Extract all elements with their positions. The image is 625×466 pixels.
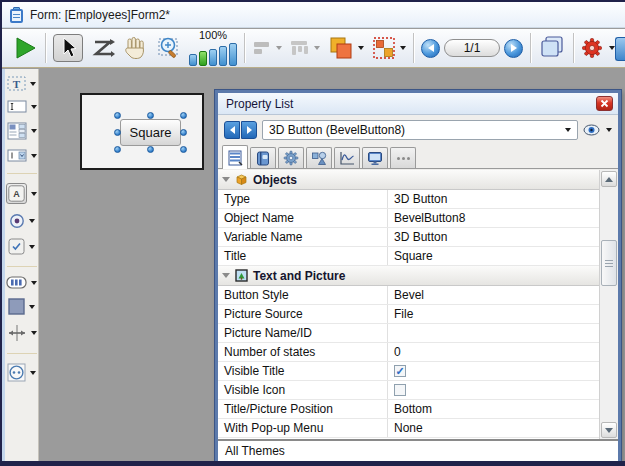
- zoom-bars-icon[interactable]: [189, 42, 237, 66]
- scroll-up-button[interactable]: [601, 171, 617, 187]
- property-value[interactable]: [388, 324, 599, 342]
- move-tool-button[interactable]: [123, 36, 147, 60]
- play-icon: [12, 35, 38, 61]
- property-row-with-popup-menu[interactable]: With Pop-up Menu None: [218, 419, 599, 438]
- property-value[interactable]: 3D Button: [388, 228, 599, 246]
- tab-properties[interactable]: [222, 145, 248, 169]
- visible-icon-checkbox[interactable]: [394, 384, 406, 396]
- button-grid-tool-dropdown[interactable]: [31, 281, 37, 285]
- sidebar-tool-radio-button[interactable]: [9, 213, 35, 229]
- tab-objects[interactable]: [306, 147, 332, 168]
- previous-object-button[interactable]: [224, 121, 240, 139]
- combo-box-tool-dropdown[interactable]: [31, 154, 37, 158]
- close-icon: [600, 99, 609, 108]
- toolbar-separator: [530, 33, 531, 63]
- theme-filter-bar[interactable]: All Themes: [218, 439, 618, 461]
- button-tool-icon: A: [8, 185, 25, 202]
- sidebar-tool-check-box[interactable]: [8, 238, 35, 255]
- property-value[interactable]: BevelButton8: [388, 209, 599, 227]
- select-tool-button[interactable]: [53, 34, 83, 62]
- splitter-tool-icon: [7, 324, 27, 342]
- sidebar-tool-text[interactable]: T: [7, 76, 36, 91]
- property-list-titlebar[interactable]: Property List: [218, 93, 618, 115]
- section-header-text-and-picture[interactable]: Text and Picture: [218, 266, 599, 286]
- property-row-title-picture-position[interactable]: Title/Picture Position Bottom: [218, 400, 599, 419]
- sidebar-tool-rectangle[interactable]: [8, 298, 35, 315]
- window-titlebar[interactable]: Form: [Employees]Form2*: [2, 2, 625, 28]
- entry-order-tool-button[interactable]: [91, 37, 115, 59]
- view-options-button[interactable]: [583, 124, 612, 136]
- red-gear-icon: [581, 37, 603, 59]
- property-row-picture-source[interactable]: Picture Source File: [218, 305, 599, 324]
- close-button[interactable]: [596, 96, 613, 111]
- align-icon: [252, 39, 272, 57]
- scrollbar-thumb[interactable]: [601, 240, 617, 286]
- toolbar-separator: [413, 33, 414, 63]
- property-row-visible-title[interactable]: Visible Title: [218, 362, 599, 381]
- splitter-tool-dropdown[interactable]: [31, 331, 37, 335]
- sidebar-tool-input[interactable]: [7, 100, 37, 113]
- square-bevel-button[interactable]: Square: [120, 119, 181, 146]
- input-tool-dropdown[interactable]: [31, 105, 37, 109]
- property-name: Visible Icon: [218, 381, 388, 399]
- property-value[interactable]: Bottom: [388, 400, 599, 418]
- zoom-level-control[interactable]: 100%: [189, 30, 237, 66]
- gear-tab-icon: [283, 150, 299, 166]
- property-name: Picture Source: [218, 305, 388, 323]
- duplicate-many-button[interactable]: [372, 36, 396, 60]
- zoom-tool-button[interactable]: [155, 35, 181, 61]
- rectangle-tool-dropdown[interactable]: [29, 305, 35, 309]
- check-box-tool-dropdown[interactable]: [29, 245, 35, 249]
- radio-tool-dropdown[interactable]: [29, 219, 35, 223]
- property-row-picture-name[interactable]: Picture Name/ID: [218, 324, 599, 343]
- tab-display[interactable]: [362, 147, 388, 168]
- form-list-button[interactable]: [538, 35, 566, 61]
- next-page-button[interactable]: [504, 39, 523, 58]
- level-objects-button[interactable]: [328, 36, 354, 60]
- section-header-objects[interactable]: Objects: [218, 170, 599, 190]
- property-row-type[interactable]: Type 3D Button: [218, 190, 599, 209]
- property-value[interactable]: None: [388, 419, 599, 437]
- scroll-down-button[interactable]: [601, 422, 617, 438]
- object-selector-dropdown[interactable]: 3D Button (BevelButton8): [262, 120, 578, 140]
- sidebar-tool-button[interactable]: A: [6, 183, 37, 204]
- property-value[interactable]: Square: [388, 247, 599, 265]
- property-value[interactable]: 3D Button: [388, 190, 599, 208]
- property-row-button-style[interactable]: Button Style Bevel: [218, 286, 599, 305]
- form-window-icon: [10, 7, 23, 23]
- property-row-object-name[interactable]: Object Name BevelButton8: [218, 209, 599, 228]
- property-value[interactable]: Bevel: [388, 286, 599, 304]
- tab-settings[interactable]: [278, 147, 304, 168]
- visible-title-checkbox[interactable]: [394, 365, 406, 377]
- list-box-tool-icon: [7, 122, 27, 140]
- sidebar-tool-plug-in[interactable]: [7, 363, 36, 382]
- property-scrollbar[interactable]: [599, 170, 618, 439]
- property-value[interactable]: 0: [388, 343, 599, 361]
- level-dropdown-arrow[interactable]: [358, 46, 364, 50]
- tab-dictionary[interactable]: [250, 147, 276, 168]
- tab-events[interactable]: [334, 147, 360, 168]
- plug-in-tool-dropdown[interactable]: [30, 371, 36, 375]
- property-row-visible-icon[interactable]: Visible Icon: [218, 381, 599, 400]
- duplicate-dropdown-arrow[interactable]: [400, 46, 406, 50]
- entry-order-icon: [91, 37, 115, 59]
- form-settings-button[interactable]: [581, 37, 603, 59]
- next-object-button[interactable]: [241, 121, 257, 139]
- list-box-tool-dropdown[interactable]: [31, 129, 37, 133]
- sidebar-tool-combo-box[interactable]: [7, 149, 37, 162]
- sidebar-tool-button-grid[interactable]: [6, 276, 37, 289]
- zoom-level-label: 100%: [199, 30, 227, 41]
- property-value[interactable]: File: [388, 305, 599, 323]
- tab-more[interactable]: [390, 147, 416, 168]
- property-row-title[interactable]: Title Square: [218, 247, 599, 266]
- property-name: Visible Title: [218, 362, 388, 380]
- text-tool-dropdown[interactable]: [30, 82, 36, 86]
- execute-form-button[interactable]: [12, 35, 38, 61]
- button-tool-dropdown[interactable]: [31, 192, 37, 196]
- property-row-variable-name[interactable]: Variable Name 3D Button: [218, 228, 599, 247]
- sidebar-tool-splitter[interactable]: [7, 324, 37, 342]
- sidebar-tool-list-box[interactable]: [7, 122, 37, 140]
- toolbar-separator: [244, 33, 245, 63]
- previous-page-button[interactable]: [421, 39, 440, 58]
- property-row-number-of-states[interactable]: Number of states 0: [218, 343, 599, 362]
